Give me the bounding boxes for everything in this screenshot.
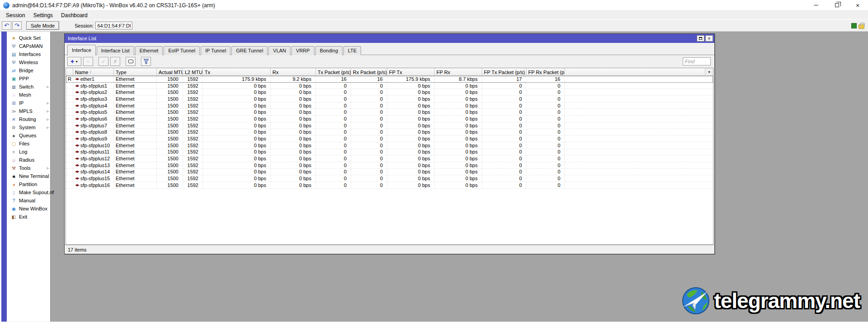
sidebar-item-interfaces[interactable]: ▤Interfaces: [7, 50, 50, 58]
remove-button[interactable]: −: [83, 57, 93, 66]
sidebar-item-capsman[interactable]: ΨCAPsMAN: [7, 42, 50, 50]
tab-interface-list[interactable]: Interface List: [97, 46, 134, 55]
minimize-button[interactable]: [806, 0, 826, 10]
header-l2-mtu[interactable]: L2 MTU: [183, 68, 203, 75]
table-row[interactable]: ◀▶sfp-sfpplus13Ethernet150015920 bps0 bp…: [66, 162, 713, 169]
table-row[interactable]: R◀▶ether1Ethernet15001592175.9 kbps9.2 k…: [66, 76, 713, 83]
session-input[interactable]: [95, 22, 132, 29]
sidebar-item-mpls[interactable]: ≫MPLS▹: [7, 107, 50, 115]
sidebar-item-label: CAPsMAN: [19, 43, 43, 49]
table-row[interactable]: ◀▶sfp-sfpplus14Ethernet150015920 bps0 bp…: [66, 169, 713, 176]
sidebar-item-system[interactable]: ⚙System▹: [7, 123, 50, 131]
sidebar-item-ip[interactable]: ⊞IP▹: [7, 99, 50, 107]
sidebar-item-routing[interactable]: ✕Routing▹: [7, 115, 50, 123]
cell-fp-tx-packet-p-s: 0: [482, 149, 526, 156]
sidebar-item-quick-set[interactable]: ★Quick Set: [7, 34, 50, 42]
sidebar-item-switch[interactable]: ▦Switch▹: [7, 83, 50, 91]
sidebar-item-radius[interactable]: ☺Radius: [7, 156, 50, 164]
menu-item-settings[interactable]: Settings: [29, 11, 57, 19]
window-controls: ×: [806, 0, 868, 10]
watermark-text: telegrammy.net: [714, 289, 860, 313]
table-row[interactable]: ◀▶sfp-sfpplus4Ethernet150015920 bps0 bps…: [66, 103, 713, 109]
header-fp-rx-packet-p-s[interactable]: FP Rx Packet (p/s): [526, 68, 565, 75]
header-type[interactable]: Type: [114, 68, 157, 75]
tab-vlan[interactable]: VLAN: [268, 46, 291, 55]
tab-gre-tunnel[interactable]: GRE Tunnel: [231, 46, 267, 55]
tab-bonding[interactable]: Bonding: [315, 46, 343, 55]
sidebar-item-files[interactable]: ▢Files: [7, 140, 50, 148]
tab-interface[interactable]: Interface: [67, 45, 96, 56]
table-row[interactable]: ◀▶sfp-sfpplus16Ethernet150015920 bps0 bp…: [66, 182, 713, 189]
table-row[interactable]: ◀▶sfp-sfpplus12Ethernet150015920 bps0 bp…: [66, 155, 713, 162]
header-actual-mtu[interactable]: Actual MTU: [157, 68, 183, 75]
tab-eoip-tunnel[interactable]: EoIP Tunnel: [164, 46, 200, 55]
sidebar-item-mesh[interactable]: ∴Mesh: [7, 91, 50, 99]
cell-name: ◀▶sfp-sfpplus9: [73, 135, 114, 142]
find-input[interactable]: [683, 57, 711, 65]
tab-ip-tunnel[interactable]: IP Tunnel: [201, 46, 230, 55]
add-button[interactable]: +▼: [67, 57, 81, 66]
cell-l2-mtu: 1592: [183, 149, 203, 156]
close-button[interactable]: ×: [847, 0, 868, 10]
table-row[interactable]: ◀▶sfp-sfpplus9Ethernet150015920 bps0 bps…: [66, 135, 713, 142]
header-fp-tx[interactable]: FP Tx: [387, 68, 435, 75]
disable-button[interactable]: ✗: [110, 57, 120, 66]
enable-button[interactable]: ✓: [99, 57, 108, 66]
header-rx-packet-p-s[interactable]: Rx Packet (p/s): [351, 68, 387, 75]
sidebar-item-log[interactable]: ≡Log: [7, 148, 50, 156]
table-row[interactable]: ◀▶sfp-sfpplus15Ethernet150015920 bps0 bp…: [66, 175, 713, 182]
sidebar-item-label: Interfaces: [19, 51, 41, 57]
sidebar-item-tools[interactable]: ⚒Tools▹: [7, 164, 50, 172]
undo-button[interactable]: ↶: [2, 21, 11, 30]
column-select-button[interactable]: ▼: [705, 68, 713, 75]
window-maximize-button[interactable]: [697, 35, 704, 42]
sidebar-item-ppp[interactable]: ▣PPP: [7, 75, 50, 83]
sidebar-item-new-terminal[interactable]: ■New Terminal: [7, 172, 50, 180]
cell-actual-mtu: 1500: [157, 162, 183, 169]
sidebar-item-new-winbox[interactable]: ◉New WinBox: [7, 205, 50, 213]
comment-button[interactable]: [126, 57, 136, 66]
table-row[interactable]: ◀▶sfp-sfpplus11Ethernet150015920 bps0 bp…: [66, 149, 713, 156]
header-label: Rx Packet (p/s): [353, 70, 387, 75]
menu-item-session[interactable]: Session: [2, 11, 29, 19]
table-row[interactable]: ◀▶sfp-sfpplus2Ethernet150015920 bps0 bps…: [66, 89, 713, 96]
restore-button[interactable]: [826, 0, 847, 10]
tab-vrrp[interactable]: VRRP: [291, 46, 314, 55]
sidebar-item-manual[interactable]: ?Manual: [7, 196, 50, 205]
table-row[interactable]: ◀▶sfp-sfpplus6Ethernet150015920 bps0 bps…: [66, 116, 713, 122]
table-row[interactable]: ◀▶sfp-sfpplus8Ethernet150015920 bps0 bps…: [66, 129, 713, 136]
safe-mode-button[interactable]: Safe Mode: [26, 21, 59, 30]
filter-button[interactable]: [141, 57, 151, 66]
table-row[interactable]: ◀▶sfp-sfpplus3Ethernet150015920 bps0 bps…: [66, 96, 713, 103]
table-row[interactable]: ◀▶sfp-sfpplus10Ethernet150015920 bps0 bp…: [66, 142, 713, 149]
table-row[interactable]: ◀▶sfp-sfpplus7Ethernet150015920 bps0 bps…: [66, 122, 713, 129]
sidebar-item-make-supout-rif[interactable]: ▯Make Supout.rif: [7, 188, 50, 196]
tab-lte[interactable]: LTE: [343, 46, 361, 55]
header-state-column[interactable]: [66, 68, 73, 75]
sidebar-item-queues[interactable]: ♠Queues: [7, 131, 50, 140]
header-fp-rx[interactable]: FP Rx: [435, 68, 482, 75]
sidebar-item-exit[interactable]: ◧Exit: [7, 213, 50, 221]
exit-icon: ◧: [10, 215, 17, 219]
menu-item-dashboard[interactable]: Dashboard: [57, 11, 92, 19]
header-tx-packet-p-s[interactable]: Tx Packet (p/s): [316, 68, 351, 75]
undo-icon: ↶: [4, 22, 9, 29]
table-row[interactable]: ◀▶sfp-sfpplus1Ethernet150015920 bps0 bps…: [66, 83, 713, 89]
cell-fp-tx-packet-p-s: 0: [482, 96, 526, 103]
sidebar-item-partition[interactable]: ◕Partition: [7, 180, 50, 188]
window-close-button[interactable]: ×: [705, 35, 713, 42]
cell-type: Ethernet: [114, 162, 157, 169]
sidebar-item-bridge[interactable]: ⇄Bridge: [7, 66, 50, 75]
interface-list-titlebar[interactable]: Interface List ×: [65, 34, 714, 43]
header-name[interactable]: Name/: [73, 68, 114, 75]
redo-button[interactable]: ↷: [12, 21, 22, 30]
table-row[interactable]: ◀▶sfp-sfpplus5Ethernet150015920 bps0 bps…: [66, 109, 713, 116]
session-label: Session:: [75, 23, 94, 28]
header-tx[interactable]: Tx: [203, 68, 271, 75]
cell-fp-rx: 0 bps: [435, 182, 482, 189]
sidebar-item-wireless[interactable]: ΨWireless: [7, 58, 50, 66]
header-rx[interactable]: Rx: [271, 68, 316, 75]
tab-ethernet[interactable]: Ethernet: [135, 46, 163, 55]
header-fp-tx-packet-p-s[interactable]: FP Tx Packet (p/s): [482, 68, 526, 75]
cell-actual-mtu: 1500: [157, 175, 183, 182]
